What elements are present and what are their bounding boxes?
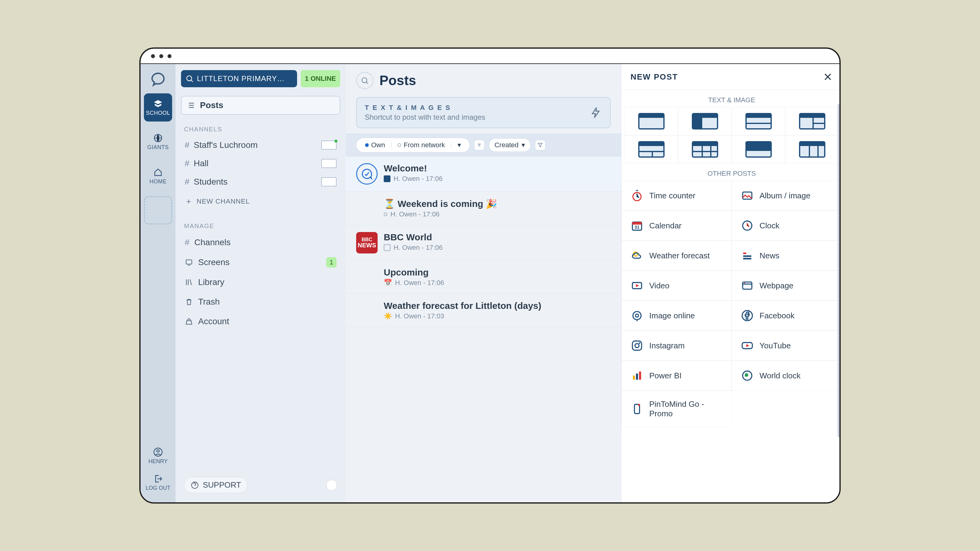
support-button[interactable]: SUPPORT <box>184 477 247 493</box>
other-calendar[interactable]: 31Calendar <box>621 211 732 241</box>
user-menu[interactable]: HENRY <box>148 447 168 465</box>
svg-point-23 <box>639 342 640 344</box>
library-icon <box>185 278 193 286</box>
filter-button[interactable] <box>535 140 546 150</box>
layout-option[interactable] <box>678 135 732 164</box>
layout-option[interactable] <box>624 107 678 135</box>
other-powerbi[interactable]: Power BI <box>621 360 732 391</box>
manage-heading: MANAGE <box>184 222 340 230</box>
close-button[interactable] <box>823 72 833 82</box>
sidebar: LITTLETON PRIMARY… 1 ONLINE Posts CHANNE… <box>175 64 346 502</box>
layout-option[interactable] <box>732 107 785 135</box>
layout-option[interactable] <box>624 135 678 164</box>
other-clock[interactable]: Clock <box>732 211 841 241</box>
svg-rect-16 <box>743 282 752 289</box>
created-dropdown[interactable]: Created ▾ <box>489 138 531 152</box>
other-weather[interactable]: Weather forecast <box>621 241 732 271</box>
user-label: HENRY <box>148 458 168 465</box>
other-video[interactable]: Video <box>621 271 732 301</box>
shortcut-sub: Shortcut to post with text and images <box>365 113 485 122</box>
svg-point-17 <box>744 283 745 283</box>
post-row[interactable]: Welcome! H. Owen - 17:06 <box>346 156 621 192</box>
channel-item[interactable]: #Staff's Luchroom <box>181 136 340 154</box>
svg-point-22 <box>635 343 639 348</box>
layout-option[interactable] <box>785 107 839 135</box>
logout-label: LOG OUT <box>145 485 170 491</box>
titlebar <box>140 49 840 64</box>
other-worldclock[interactable]: World clock <box>732 360 841 391</box>
channel-thumb-icon <box>321 140 337 150</box>
svg-rect-25 <box>633 376 635 380</box>
search-button[interactable] <box>356 72 373 89</box>
created-label: Created <box>495 141 519 149</box>
ownership-filter[interactable]: Own From network ▾ <box>356 138 470 152</box>
other-label: PinToMind Go - Promo <box>649 400 722 418</box>
other-image-online[interactable]: Image online <box>621 301 732 330</box>
trash-icon <box>185 297 193 306</box>
workspace-school[interactable]: SCHOOL <box>144 94 172 122</box>
chevron-down-icon: ▾ <box>522 141 525 149</box>
shortcut-card[interactable]: T E X T & I M A G E S Shortcut to post w… <box>356 97 611 128</box>
screen-icon <box>185 258 193 267</box>
add-workspace-button[interactable] <box>144 196 172 224</box>
other-label: Webpage <box>759 281 794 291</box>
other-webpage[interactable]: Webpage <box>732 271 841 301</box>
post-row[interactable]: ⏳ Weekend is coming 🎉 H. Owen - 17:06 <box>346 192 621 225</box>
manage-library[interactable]: Library <box>181 272 340 292</box>
app-window: SCHOOL GIANTS HOME HENRY LOG OUT <box>139 48 841 503</box>
other-youtube[interactable]: YouTube <box>732 330 841 360</box>
layout-option[interactable] <box>678 107 732 135</box>
other-instagram[interactable]: Instagram <box>621 330 732 360</box>
bbc-icon: BBCNEWS <box>356 232 378 254</box>
scrollbar[interactable] <box>838 104 841 496</box>
other-label: Instagram <box>649 341 685 351</box>
other-label: Weather forecast <box>649 251 710 260</box>
channel-item[interactable]: #Students <box>181 173 340 191</box>
manage-trash[interactable]: Trash <box>181 292 340 311</box>
other-pintomind[interactable]: PinToMind Go - Promo <box>621 391 732 427</box>
org-selector[interactable]: LITTLETON PRIMARY… <box>181 70 297 87</box>
workspace-giants[interactable]: GIANTS <box>144 128 172 156</box>
other-label: Time counter <box>649 191 695 200</box>
manage-channels[interactable]: # Channels <box>181 233 340 252</box>
sort-button[interactable] <box>474 140 485 150</box>
channel-item[interactable]: #Hall <box>181 154 340 173</box>
dot-icon <box>365 143 369 147</box>
chevron-down-icon[interactable]: ▾ <box>455 140 464 150</box>
workspace-home[interactable]: HOME <box>144 162 172 190</box>
other-facebook[interactable]: Facebook <box>732 301 841 330</box>
app-logo-icon <box>150 71 166 87</box>
post-row[interactable]: Upcoming 📅H. Owen - 17:06 <box>346 260 621 294</box>
screens-badge: 1 <box>326 257 337 268</box>
layout-option[interactable] <box>785 135 839 164</box>
page-title: Posts <box>379 73 416 88</box>
globe-icon <box>741 370 753 382</box>
post-row[interactable]: Weather forecast for Littleton (days) ☀️… <box>346 294 621 327</box>
svg-point-2 <box>157 450 159 452</box>
post-title: ⏳ Weekend is coming 🎉 <box>384 198 497 209</box>
post-row[interactable]: BBCNEWS BBC World H. Owen - 17:06 <box>346 225 621 260</box>
text-image-heading: TEXT & IMAGE <box>621 90 841 107</box>
target-icon <box>631 310 643 322</box>
org-name: LITTLETON PRIMARY… <box>197 75 285 83</box>
other-news[interactable]: News <box>732 241 841 271</box>
language-flag-icon[interactable] <box>326 480 337 491</box>
nav-posts[interactable]: Posts <box>181 96 340 115</box>
other-album[interactable]: Album / image <box>732 181 841 211</box>
other-time-counter[interactable]: Time counter <box>621 181 732 211</box>
other-label: News <box>759 251 780 260</box>
new-channel-button[interactable]: ＋ NEW CHANNEL <box>181 191 340 211</box>
layout-option[interactable] <box>732 135 785 164</box>
svg-text:31: 31 <box>635 224 640 230</box>
new-post-panel: NEW POST TEXT & IMAGE OTHER POSTS Time c… <box>621 64 841 502</box>
svg-point-19 <box>635 314 638 317</box>
video-icon <box>631 279 643 292</box>
svg-rect-21 <box>632 341 641 350</box>
other-label: Video <box>649 281 670 291</box>
dot-icon <box>398 143 401 147</box>
workspace-label: SCHOOL <box>146 110 170 116</box>
manage-screens[interactable]: Screens 1 <box>181 252 340 272</box>
manage-account[interactable]: Account <box>181 311 340 331</box>
plus-icon: ＋ <box>185 196 193 206</box>
logout-button[interactable]: LOG OUT <box>145 474 170 491</box>
